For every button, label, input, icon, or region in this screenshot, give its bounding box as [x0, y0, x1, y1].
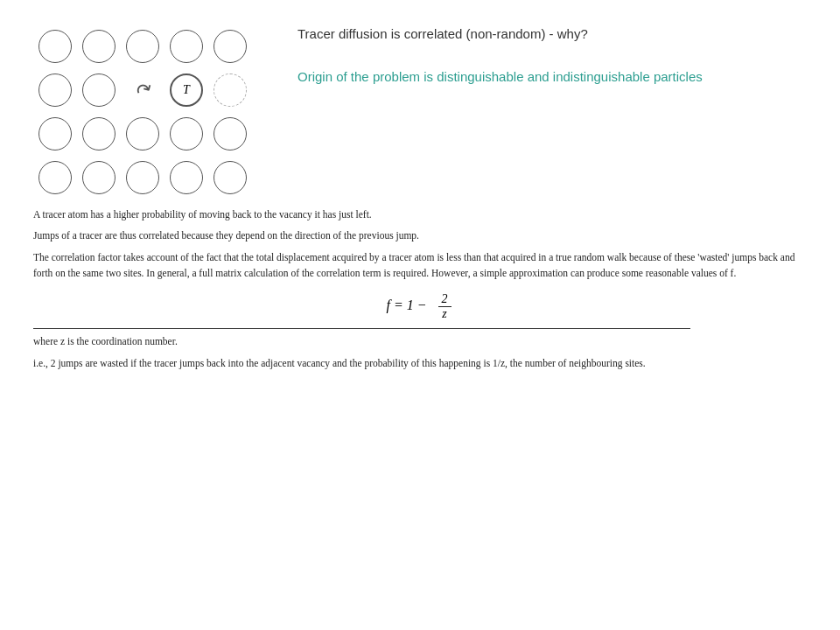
- cell-3-2: [122, 158, 163, 198]
- circle: [214, 117, 247, 150]
- circle: [38, 161, 72, 194]
- page: ↷ T: [0, 0, 840, 630]
- cell-0-3: [166, 26, 206, 66]
- top-section: ↷ T: [26, 18, 814, 198]
- heading-title: Tracer diffusion is correlated (non-rand…: [298, 26, 814, 41]
- circle: [170, 117, 203, 150]
- cell-1-3: T: [166, 70, 206, 110]
- formula-divider: [33, 328, 690, 329]
- cell-3-3: [166, 158, 206, 198]
- right-panel: Tracer diffusion is correlated (non-rand…: [271, 18, 814, 88]
- formula-prefix: f = 1 −: [386, 298, 426, 312]
- where-text: where z is the coordination number.: [33, 336, 807, 346]
- cell-3-1: [79, 158, 119, 198]
- cell-0-1: [79, 26, 119, 66]
- cell-2-3: [166, 114, 206, 154]
- origin-text: Origin of the problem is distinguishable…: [298, 67, 814, 88]
- cell-3-0: [35, 158, 75, 198]
- arrow-icon: ↷: [132, 76, 158, 104]
- circle: [214, 30, 247, 63]
- cell-0-0: [35, 26, 75, 66]
- circle: [82, 30, 116, 63]
- cell-1-1: [79, 70, 119, 110]
- circle: [170, 30, 203, 63]
- cell-0-4: [210, 26, 250, 66]
- circle: [214, 161, 247, 194]
- circle-grid-area: ↷ T: [26, 18, 271, 198]
- bottom-para: i.e., 2 jumps are wasted if the tracer j…: [33, 355, 807, 371]
- body-section: A tracer atom has a higher probability o…: [26, 206, 814, 371]
- circle: [82, 74, 116, 107]
- formula-denominator: z: [438, 307, 450, 321]
- body-para1: A tracer atom has a higher probability o…: [33, 206, 807, 222]
- circle-grid: ↷ T: [35, 26, 271, 198]
- cell-2-1: [79, 114, 119, 154]
- formula-numerator: 2: [438, 292, 452, 307]
- circle: [170, 161, 203, 194]
- cell-1-4: [210, 70, 250, 110]
- circle: [126, 30, 159, 63]
- circle: [38, 117, 72, 150]
- circle: [126, 161, 159, 194]
- circle: [82, 117, 116, 150]
- circle: [126, 117, 159, 150]
- cell-0-2: [122, 26, 163, 66]
- circle: [38, 30, 72, 63]
- cell-3-4: [210, 158, 250, 198]
- formula-fraction: 2 z: [438, 292, 452, 321]
- formula-area: f = 1 − 2 z: [33, 292, 807, 321]
- cell-2-4: [210, 114, 250, 154]
- tracer-circle: T: [170, 74, 203, 107]
- cell-1-2: ↷: [122, 70, 163, 110]
- cell-1-0: [35, 70, 75, 110]
- vacancy-circle: [214, 74, 247, 107]
- body-para3: The correlation factor takes account of …: [33, 249, 807, 282]
- body-para2: Jumps of a tracer are thus correlated be…: [33, 228, 807, 243]
- cell-2-0: [35, 114, 75, 154]
- circle: [38, 74, 72, 107]
- circle: [82, 161, 116, 194]
- cell-2-2: [122, 114, 163, 154]
